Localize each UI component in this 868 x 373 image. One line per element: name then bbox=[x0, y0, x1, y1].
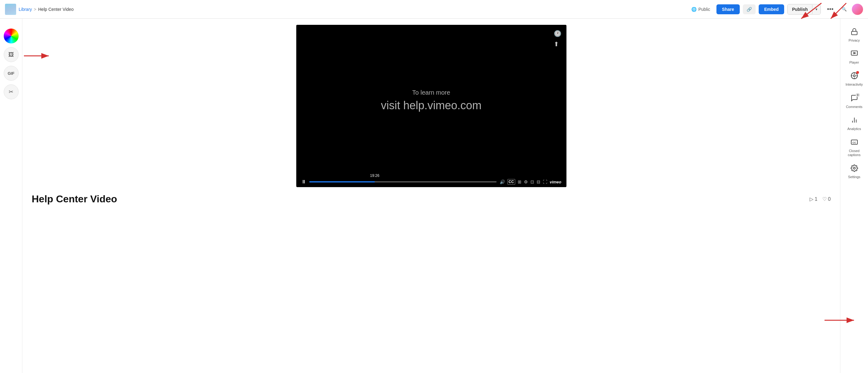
progress-bar-container[interactable]: 19:26 bbox=[309, 181, 497, 182]
gif-icon: GIF bbox=[8, 71, 14, 76]
video-container: To learn more visit help.vimeo.com 🕐 ⬆ ⏸… bbox=[296, 25, 566, 187]
control-icons: 🔊 CC ⊞ ⚙ ⊡ ⊟ ⛶ vimeo bbox=[500, 179, 561, 184]
plays-stat: ▷ 1 bbox=[810, 196, 817, 202]
left-tools: 🖼 GIF ✂ bbox=[0, 19, 22, 373]
video-top-icons: 🕐 ⬆ bbox=[554, 30, 561, 48]
search-icon: 🔍 bbox=[842, 7, 847, 11]
scissors-tool[interactable]: ✂ bbox=[4, 84, 19, 99]
sidebar-item-privacy[interactable]: Privacy bbox=[842, 25, 867, 46]
sidebar-item-comments[interactable]: 0 Comments bbox=[842, 91, 867, 112]
vimeo-logo: vimeo bbox=[550, 180, 561, 184]
sidebar-item-closed-captions[interactable]: CC Closed captions bbox=[842, 135, 867, 160]
interactivity-icon bbox=[850, 72, 858, 81]
pip-icon[interactable]: ⊟ bbox=[537, 179, 540, 184]
header-left: Library > Help Center Video bbox=[5, 4, 73, 15]
progress-fill bbox=[309, 181, 375, 182]
video-screen[interactable]: To learn more visit help.vimeo.com 🕐 ⬆ bbox=[296, 25, 566, 177]
sidebar-item-analytics[interactable]: Analytics bbox=[842, 113, 867, 134]
analytics-label: Analytics bbox=[847, 127, 861, 131]
content-area: To learn more visit help.vimeo.com 🕐 ⬆ ⏸… bbox=[22, 19, 840, 373]
settings-icon bbox=[850, 165, 858, 174]
cast-icon[interactable]: ⊡ bbox=[530, 179, 534, 184]
likes-stat: ♡ 0 bbox=[823, 196, 831, 202]
main-layout: 🖼 GIF ✂ To learn more visit help.vimeo.c… bbox=[0, 19, 868, 373]
sidebar-item-interactivity[interactable]: Interactivity bbox=[842, 69, 867, 90]
plays-icon: ▷ bbox=[810, 196, 813, 202]
svg-rect-8 bbox=[851, 31, 857, 35]
volume-icon[interactable]: 🔊 bbox=[500, 179, 505, 184]
plays-count: 1 bbox=[814, 196, 817, 202]
svg-point-11 bbox=[854, 75, 855, 77]
closed-captions-label: Closed captions bbox=[843, 149, 866, 157]
progress-bar: 19:26 bbox=[309, 181, 497, 182]
video-stats: ▷ 1 ♡ 0 bbox=[810, 196, 831, 202]
publish-dropdown: Publish ▾ bbox=[787, 4, 821, 14]
video-share-icon[interactable]: ⬆ bbox=[554, 40, 561, 48]
interactivity-badge-dot bbox=[856, 71, 859, 74]
breadcrumb-library[interactable]: Library bbox=[19, 7, 32, 12]
image-icon: 🖼 bbox=[8, 52, 14, 58]
svg-marker-10 bbox=[854, 53, 856, 54]
share-button[interactable]: Share bbox=[716, 4, 740, 14]
video-info: Help Center Video ▷ 1 ♡ 0 bbox=[32, 193, 831, 205]
player-icon bbox=[850, 50, 858, 59]
comments-icon: 0 bbox=[850, 94, 858, 104]
header-right: 🌐 Public Share 🔗 Embed Publish ▾ ••• 🔍 bbox=[688, 4, 863, 15]
publish-dropdown-arrow[interactable]: ▾ bbox=[812, 5, 820, 14]
pause-button[interactable]: ⏸ bbox=[301, 179, 306, 184]
interactivity-label: Interactivity bbox=[846, 82, 863, 87]
comments-badge: 0 bbox=[856, 93, 860, 97]
link-icon: 🔗 bbox=[747, 7, 752, 12]
likes-icon: ♡ bbox=[823, 196, 827, 202]
video-overlay-text: To learn more visit help.vimeo.com bbox=[381, 88, 482, 114]
gif-tool[interactable]: GIF bbox=[4, 66, 19, 81]
time-tooltip: 19:26 bbox=[368, 173, 382, 179]
settings-icon[interactable]: ⚙ bbox=[524, 179, 528, 184]
breadcrumb-separator: > bbox=[34, 7, 36, 12]
privacy-icon bbox=[850, 28, 858, 37]
sidebar-item-settings[interactable]: Settings bbox=[842, 161, 867, 182]
svg-point-17 bbox=[854, 167, 855, 169]
color-wheel-tool[interactable] bbox=[4, 29, 19, 43]
right-sidebar: Privacy Player Interactivity bbox=[840, 19, 868, 373]
sidebar-item-player[interactable]: Player bbox=[842, 47, 867, 68]
scissors-icon: ✂ bbox=[9, 89, 13, 95]
header: Library > Help Center Video 🌐 Public Sha… bbox=[0, 0, 868, 19]
video-watch-later-icon[interactable]: 🕐 bbox=[554, 30, 561, 37]
likes-count: 0 bbox=[828, 196, 831, 202]
video-controls: ⏸ 19:26 🔊 CC ⊞ ⚙ ⊡ ⊟ ⛶ vimeo bbox=[296, 177, 566, 187]
transcript-icon[interactable]: ⊞ bbox=[518, 179, 521, 184]
embed-button[interactable]: Embed bbox=[759, 4, 784, 14]
video-title: Help Center Video bbox=[32, 193, 117, 205]
more-options-button[interactable]: ••• bbox=[824, 4, 837, 14]
breadcrumb-current: Help Center Video bbox=[38, 7, 73, 12]
search-button[interactable]: 🔍 bbox=[840, 5, 849, 13]
privacy-badge[interactable]: 🌐 Public bbox=[688, 5, 713, 14]
comments-label: Comments bbox=[846, 105, 862, 109]
link-button[interactable]: 🔗 bbox=[743, 4, 755, 14]
logo bbox=[5, 4, 16, 15]
analytics-icon bbox=[850, 116, 858, 126]
privacy-icon: 🌐 bbox=[691, 7, 696, 12]
publish-button[interactable]: Publish bbox=[787, 4, 812, 14]
settings-label: Settings bbox=[848, 175, 861, 179]
closed-captions-icon: CC bbox=[850, 138, 858, 148]
cc-icon[interactable]: CC bbox=[507, 179, 515, 184]
avatar[interactable] bbox=[852, 4, 863, 15]
player-label: Player bbox=[849, 61, 859, 65]
privacy-label: Privacy bbox=[848, 38, 860, 42]
privacy-label: Public bbox=[699, 7, 710, 12]
image-tool[interactable]: 🖼 bbox=[4, 47, 19, 62]
fullscreen-icon[interactable]: ⛶ bbox=[543, 179, 547, 184]
svg-text:CC: CC bbox=[852, 141, 856, 144]
breadcrumb: Library > Help Center Video bbox=[19, 7, 73, 12]
